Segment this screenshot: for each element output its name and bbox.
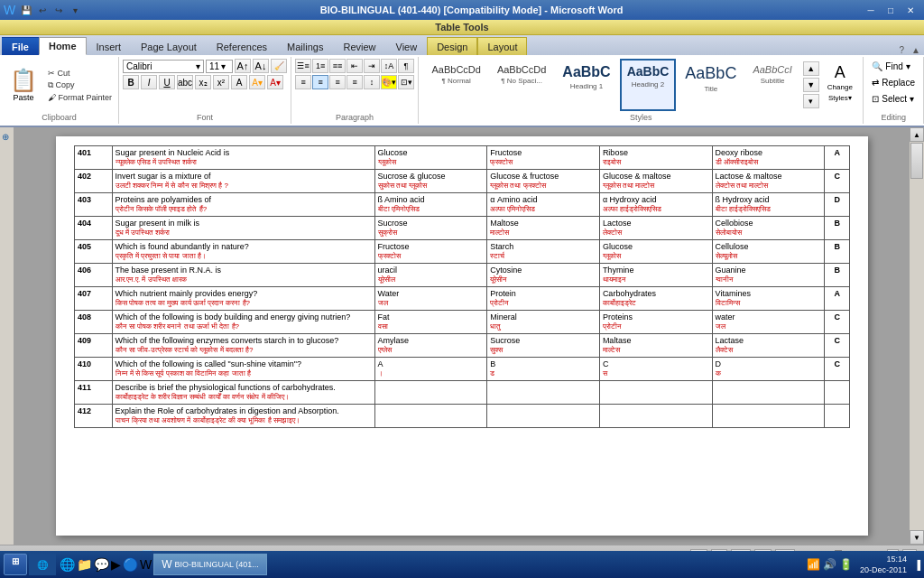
dropdown-quick-btn[interactable]: ▾	[68, 3, 82, 17]
style-normal[interactable]: AaBbCcDd ¶ Normal	[424, 59, 487, 111]
ie-quick-launch[interactable]: 🌐	[60, 557, 75, 572]
minimize-button[interactable]: ─	[861, 2, 881, 18]
battery-tray-icon[interactable]: 🔋	[839, 558, 853, 571]
scroll-down-button[interactable]: ▼	[910, 530, 924, 545]
text-effect-button[interactable]: A	[231, 75, 247, 89]
add-column-icon[interactable]: ⊕	[2, 132, 9, 142]
maximize-button[interactable]: □	[881, 2, 901, 18]
volume-tray-icon[interactable]: 🔊	[823, 558, 836, 571]
bullets-button[interactable]: ☰≡	[295, 59, 311, 73]
table-row: 404Sugar present in milk isदूध में उपस्थ…	[75, 217, 850, 240]
undo-quick-btn[interactable]: ↩	[35, 3, 50, 17]
font-shrink-button[interactable]: A↓	[253, 59, 269, 73]
style-title[interactable]: AaBbC Title	[678, 59, 744, 111]
doc-scroll-area[interactable]: 401Sugar present in Nucleic Acid isन्यूक…	[14, 127, 910, 545]
paste-label: Paste	[13, 93, 33, 102]
taskbar-word-icon: W	[162, 558, 171, 571]
font-grow-button[interactable]: A↑	[235, 59, 251, 73]
style-heading2[interactable]: AaBbC Heading 2	[620, 59, 677, 111]
font-name-selector[interactable]: Calibri ▾	[123, 60, 204, 73]
tab-file[interactable]: File	[2, 37, 39, 55]
bold-button[interactable]: B	[123, 75, 139, 89]
italic-button[interactable]: I	[141, 75, 157, 89]
align-right-button[interactable]: ≡	[329, 75, 346, 89]
format-painter-button[interactable]: 🖌 Format Painter	[45, 92, 115, 103]
select-label: Select ▾	[882, 94, 914, 104]
font-color-button[interactable]: A▾	[267, 75, 283, 89]
align-left-button[interactable]: ≡	[295, 75, 311, 89]
start-icon: ⊞	[12, 556, 19, 566]
ribbon-collapse-btn[interactable]: ▲	[908, 45, 924, 55]
clear-format-button[interactable]: 🧹	[271, 59, 287, 73]
table-row: 412Explain the Role of carbohydrates in …	[75, 405, 850, 428]
style-down-btn[interactable]: ▼	[803, 78, 819, 92]
tab-layout[interactable]: Layout	[477, 37, 527, 55]
show-hide-button[interactable]: ¶	[398, 59, 414, 73]
multilevel-button[interactable]: ≡≡	[329, 59, 346, 73]
scroll-track	[910, 142, 924, 530]
chrome-quick-launch[interactable]: 🔵	[123, 557, 138, 572]
scroll-thumb[interactable]	[910, 143, 923, 179]
system-clock[interactable]: 15:14 20-Dec-2011	[856, 552, 910, 577]
increase-indent-button[interactable]: ⇥	[364, 59, 380, 73]
shading-button[interactable]: 🎨▾	[381, 75, 397, 89]
underline-button[interactable]: U	[159, 75, 175, 89]
taskbar-quick-launch[interactable]: 🌐	[29, 554, 56, 575]
font-size-dropdown[interactable]: ▾	[221, 61, 226, 71]
help-btn[interactable]: ?	[896, 45, 909, 55]
copy-button[interactable]: ⧉ Copy	[45, 79, 115, 91]
network-tray-icon[interactable]: 📶	[807, 558, 820, 571]
decrease-indent-button[interactable]: ⇤	[346, 59, 363, 73]
quick-launch-area: 🌐 📁 💬 ▶ 🔵 W	[60, 557, 152, 572]
numbering-button[interactable]: 1≡	[312, 59, 328, 73]
redo-quick-btn[interactable]: ↪	[51, 3, 66, 17]
save-quick-btn[interactable]: 💾	[19, 3, 33, 17]
line-spacing-button[interactable]: ↕	[364, 75, 380, 89]
font-name-dropdown[interactable]: ▾	[196, 61, 200, 71]
tab-insert[interactable]: Insert	[87, 37, 132, 55]
justify-button[interactable]: ≡	[346, 75, 363, 89]
style-subtitle-preview: AaBbCcI	[753, 64, 791, 75]
folder-quick-launch[interactable]: 📁	[77, 557, 92, 572]
tab-mailings[interactable]: Mailings	[277, 37, 333, 55]
tab-view[interactable]: View	[386, 37, 428, 55]
highlight-button[interactable]: A▾	[249, 75, 265, 89]
replace-button[interactable]: ⇄ Replace	[867, 75, 919, 90]
strikethrough-button[interactable]: abc	[177, 75, 193, 89]
align-center-button[interactable]: ≡	[312, 75, 328, 89]
play-quick-launch[interactable]: ▶	[111, 557, 121, 572]
change-styles-button[interactable]: A ChangeStyles▾	[823, 59, 857, 111]
style-title-label: Title	[704, 85, 717, 93]
start-button[interactable]: ⊞	[4, 554, 27, 575]
talk-quick-launch[interactable]: 💬	[94, 557, 109, 572]
scroll-up-button[interactable]: ▲	[910, 127, 924, 142]
cut-button[interactable]: ✂ Cut	[45, 68, 115, 79]
tab-home[interactable]: Home	[39, 37, 87, 55]
tab-references[interactable]: References	[207, 37, 277, 55]
taskbar-word-item[interactable]: W BIO-BILINGUAL (401...	[153, 554, 267, 575]
find-button[interactable]: 🔍 Find ▾	[867, 59, 919, 74]
subscript-button[interactable]: x₂	[195, 75, 211, 89]
border-button[interactable]: ⊡▾	[398, 75, 414, 89]
font-size-selector[interactable]: 11 ▾	[206, 60, 233, 73]
style-heading1[interactable]: AaBbC Heading 1	[555, 59, 617, 111]
tab-design[interactable]: Design	[427, 37, 477, 55]
font-row-1: Calibri ▾ 11 ▾ A↑ A↓ 🧹	[123, 59, 287, 73]
select-button[interactable]: ⊡ Select ▾	[867, 91, 919, 107]
font-row-2: B I U abc x₂ x² A A▾ A▾	[123, 75, 283, 89]
table-tools-bar: Table Tools	[0, 20, 924, 35]
style-subtitle[interactable]: AaBbCcI Subtitle	[745, 59, 799, 111]
show-desktop-btn[interactable]: ▐	[914, 560, 920, 570]
style-expand-btn[interactable]: ▾	[803, 94, 819, 108]
tab-review[interactable]: Review	[333, 37, 385, 55]
word-quick-launch[interactable]: W	[140, 557, 152, 572]
questions-table: 401Sugar present in Nucleic Acid isन्यूक…	[74, 145, 850, 428]
tab-page-layout[interactable]: Page Layout	[131, 37, 207, 55]
close-button[interactable]: ✕	[901, 2, 920, 18]
style-no-spacing[interactable]: AaBbCcDd ¶ No Spaci...	[490, 59, 553, 111]
paste-button[interactable]: 📋 Paste	[4, 65, 43, 105]
style-up-btn[interactable]: ▲	[803, 61, 819, 76]
sort-button[interactable]: ↕A	[381, 59, 397, 73]
ribbon: 📋 Paste ✂ Cut ⧉ Copy 🖌 Format Painter Cl…	[0, 55, 924, 127]
superscript-button[interactable]: x²	[213, 75, 229, 89]
